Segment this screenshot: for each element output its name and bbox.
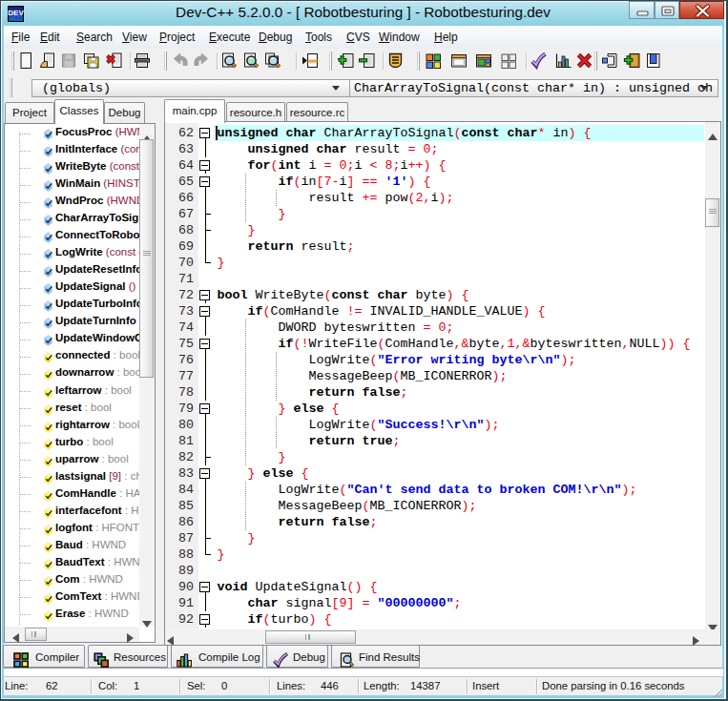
svg-text:C++: C++ bbox=[10, 15, 22, 22]
